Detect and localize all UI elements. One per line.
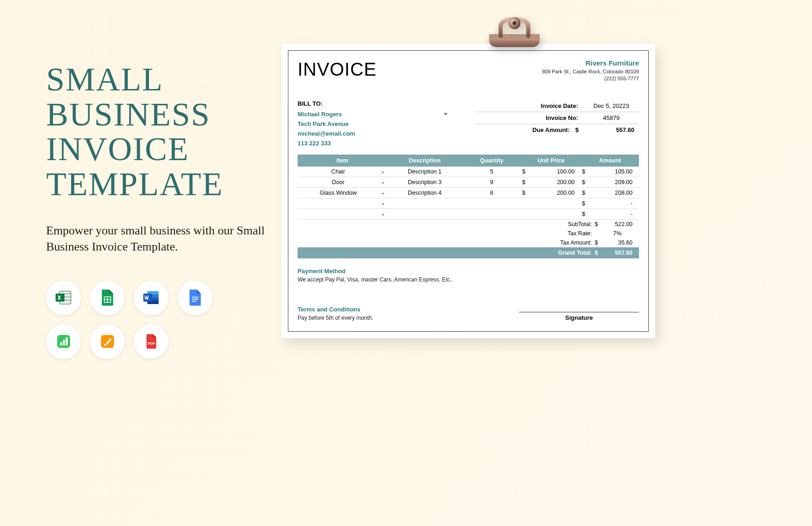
bill-to-phone: 113 222 333 [298,138,461,148]
bill-to-address: Tech Park Avenue [298,119,461,129]
company-block: Rivers Furniture 809 Park St., Castle Ro… [542,59,639,83]
svg-rect-15 [192,299,198,300]
chevron-down-icon [444,113,448,115]
taxrate-label: Tax Rate: [539,230,595,237]
invoice-title: INVOICE [298,59,376,80]
taxamt-label: Tax Amount: [539,239,595,246]
payment-method-heading: Payment Method [298,268,639,275]
table-row: $- [298,209,639,220]
table-row: ChairDescription 15$100.00$105.00 [298,167,639,177]
page-title: SMALLBUSINESSINVOICETEMPLATE [46,62,268,202]
invoice-preview: INVOICE Rivers Furniture 809 Park St., C… [281,44,655,338]
items-tbody: ChairDescription 15$100.00$105.00 DoorDe… [298,167,639,220]
svg-point-26 [513,21,516,25]
chevron-down-icon[interactable] [382,214,384,216]
svg-text:PDF: PDF [148,341,155,346]
col-description: Description [387,155,462,167]
bill-to-name[interactable]: Michael Rogers [298,109,461,119]
due-amount-value: 557.60 [584,126,639,133]
subtitle: Empower your small business with our Sma… [46,222,268,255]
table-row: DoorDescription 39$200.00$209.00 [298,177,639,188]
grand-total-label: Grand Total: [539,250,595,256]
due-amount-label: Due Amount: [475,126,575,133]
taxrate-value: 7% [602,230,639,237]
invoice-no-label: Invoice No: [475,114,584,121]
svg-rect-14 [192,297,198,298]
grand-total-value: 557.60 [602,250,639,256]
totals-block: SubTotal:$522.00 Tax Rate:7% Tax Amount:… [298,220,639,258]
items-table: Item Description Quantity Unit Price Amo… [298,155,639,220]
terms-text: Pay before 5th of every month. [298,315,519,321]
currency-symbol: $ [575,126,584,133]
excel-icon[interactable] [46,281,81,315]
invoice-date-value: Dec 5, 20223 [584,102,639,109]
svg-rect-18 [60,342,62,346]
svg-rect-4 [55,293,64,302]
binder-clip-icon [480,14,549,60]
subtotal-label: SubTotal: [539,221,595,227]
pages-icon[interactable] [90,324,125,359]
pdf-icon[interactable]: PDF [134,324,168,359]
chevron-down-icon[interactable] [382,203,384,205]
svg-rect-24 [489,34,540,39]
bill-to-label: BILL TO: [298,100,461,107]
bill-to-block: BILL TO: Michael Rogers Tech Park Avenue… [298,100,461,148]
company-address: 809 Park St., Castle Rock, Colorado 8010… [542,69,639,74]
google-sheets-icon[interactable] [90,281,125,315]
company-phone: (222) 555-7777 [542,76,639,81]
col-amount: Amount [581,155,639,167]
subtotal-value: 522.00 [602,221,639,227]
signature-block: Signature [519,312,639,321]
col-quantity: Quantity [462,155,521,167]
invoice-meta: Invoice Date: Dec 5, 20223 Invoice No: 4… [475,100,639,148]
col-unit-price: Unit Price [521,155,581,167]
format-icons-row-1 [46,281,268,315]
company-name: Rivers Furniture [542,59,639,67]
bill-to-email: micheal@email.com [298,129,461,138]
chevron-down-icon[interactable] [382,172,384,173]
col-item: Item [298,155,387,167]
terms-heading: Terms and Conditions [298,306,519,313]
signature-label: Signature [519,314,639,321]
numbers-icon[interactable] [46,324,81,359]
payment-method-text: We accept Pay Pal, Visa, master Cars, Am… [298,276,639,283]
svg-point-22 [104,344,106,346]
google-docs-icon[interactable] [178,281,212,315]
table-row: Glass WindowDescription 48$200.00$208.00 [298,188,639,198]
invoice-date-label: Invoice Date: [475,102,584,109]
left-panel: SMALLBUSINESSINVOICETEMPLATE Empower you… [46,62,268,359]
svg-rect-16 [192,301,197,302]
chevron-down-icon[interactable] [382,193,384,195]
table-row: $- [298,198,639,209]
svg-rect-13 [143,293,152,302]
chevron-down-icon[interactable] [382,182,384,184]
format-icons-row-2: PDF [46,324,268,359]
word-icon[interactable] [134,281,168,315]
invoice-no-value: 45879 [584,114,639,121]
svg-rect-19 [63,340,65,346]
taxamt-value: 35.60 [602,239,639,246]
svg-rect-20 [66,337,67,346]
